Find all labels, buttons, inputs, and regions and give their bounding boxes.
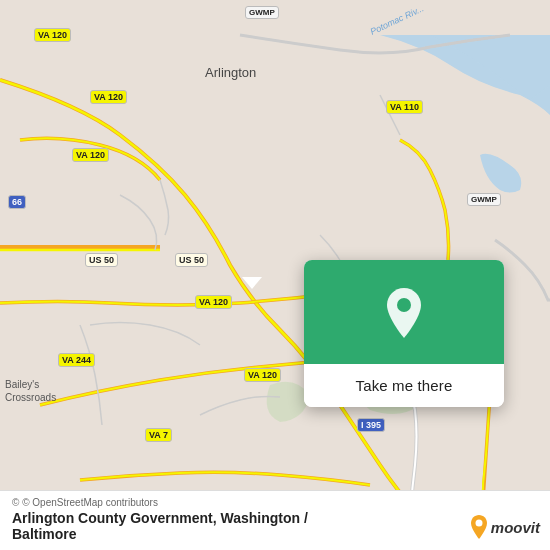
- location-popup: Take me there: [152, 130, 352, 289]
- moovit-pin-icon: [469, 514, 489, 540]
- take-me-there-button[interactable]: Take me there: [304, 364, 504, 407]
- popup-arrow: [242, 277, 262, 289]
- attribution: © © OpenStreetMap contributors: [12, 497, 538, 508]
- road-badge-va120-3: VA 120: [72, 148, 109, 162]
- copyright-symbol: ©: [12, 497, 19, 508]
- road-badge-i395-2: I 395: [357, 418, 385, 432]
- attribution-text: © OpenStreetMap contributors: [22, 497, 158, 508]
- road-badge-va244-2: VA 244: [58, 353, 95, 367]
- moovit-text: moovit: [491, 519, 540, 536]
- location-pin-icon: [380, 286, 428, 342]
- road-badge-us50-1: US 50: [85, 253, 118, 267]
- svg-point-3: [397, 298, 411, 312]
- road-badge-va120-5: VA 120: [244, 368, 281, 382]
- road-badge-66: 66: [8, 195, 26, 209]
- road-badge-va7: VA 7: [145, 428, 172, 442]
- place-name: Arlington County Government, Washington …: [12, 510, 538, 542]
- road-badge-gwmp-1: GWMP: [245, 6, 279, 19]
- road-badge-gwmp-2: GWMP: [467, 193, 501, 206]
- place-name-line1: Arlington County Government, Washington …: [12, 510, 308, 526]
- place-label-arlington: Arlington: [205, 65, 256, 80]
- place-name-line2: Baltimore: [12, 526, 77, 542]
- road-badge-va120-2: VA 120: [90, 90, 127, 104]
- popup-card: Take me there: [304, 260, 504, 407]
- svg-point-4: [475, 520, 482, 527]
- road-badge-va120-4: VA 120: [195, 295, 232, 309]
- place-label-baileys: Bailey'sCrossroads: [5, 378, 56, 404]
- road-badge-va110: VA 110: [386, 100, 423, 114]
- moovit-logo: moovit: [469, 514, 540, 540]
- map-container: VA 120 VA 120 VA 120 VA 120 VA 120 VA 11…: [0, 0, 550, 550]
- road-badge-va120-1: VA 120: [34, 28, 71, 42]
- popup-header: [304, 260, 504, 364]
- bottom-bar: © © OpenStreetMap contributors Arlington…: [0, 490, 550, 550]
